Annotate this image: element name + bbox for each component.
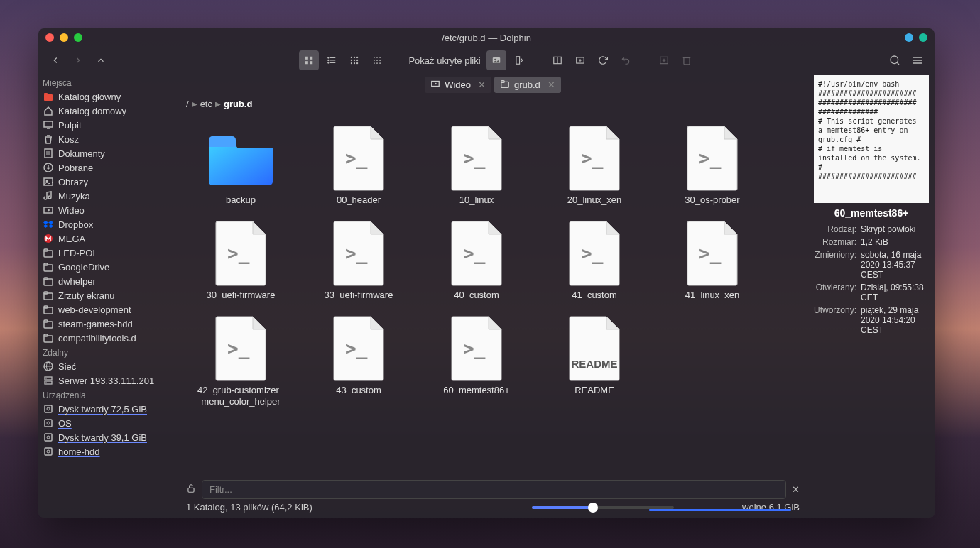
- svg-point-82: [47, 436, 50, 439]
- new-tab-button[interactable]: [570, 50, 590, 70]
- show-hidden-label[interactable]: Pokaż ukryte pliki: [405, 55, 483, 66]
- svg-point-76: [45, 382, 47, 383]
- svg-rect-46: [44, 121, 53, 127]
- sidebar-item[interactable]: Zrzuty ekranu: [38, 288, 178, 302]
- info-value: Skrypt powłoki: [861, 224, 915, 234]
- sidebar-item[interactable]: GoogleDrive: [38, 260, 178, 274]
- svg-line-40: [897, 62, 899, 65]
- sidebar-item[interactable]: Katalog domowy: [38, 104, 178, 118]
- details-view-button[interactable]: [367, 50, 387, 70]
- file-name-label: README: [575, 385, 614, 410]
- clear-filter-button[interactable]: ✕: [792, 484, 800, 495]
- sidebar-item[interactable]: Dropbox: [38, 217, 178, 231]
- svg-point-15: [356, 60, 358, 61]
- file-icon: README: [559, 315, 630, 382]
- file-item[interactable]: >_41_linux_xen: [653, 220, 771, 315]
- sidebar-item[interactable]: Pobrane: [38, 160, 178, 175]
- zoom-slider[interactable]: [532, 506, 674, 509]
- tab-close-icon[interactable]: ✕: [478, 80, 486, 90]
- sidebar-item[interactable]: web-development: [38, 302, 178, 317]
- breadcrumb-segment[interactable]: /: [186, 99, 189, 109]
- sidebar-item[interactable]: Pulpit: [38, 118, 178, 132]
- sidebar-item[interactable]: Serwer 193.33.111.201: [38, 373, 178, 388]
- svg-point-9: [328, 62, 329, 63]
- sidebar-item[interactable]: dwhelper: [38, 274, 178, 288]
- file-item[interactable]: >_43_custom: [300, 315, 418, 410]
- sidebar-item-label: Obrazy: [58, 177, 88, 187]
- sidebar-item[interactable]: LED-POL: [38, 246, 178, 260]
- sidebar-item[interactable]: home-hdd: [38, 444, 178, 459]
- file-item[interactable]: >_30_uefi-firmware: [182, 220, 300, 315]
- sidebar-group-header: Zdalny: [38, 345, 178, 359]
- up-button[interactable]: [91, 50, 111, 70]
- breadcrumb-segment[interactable]: etc: [200, 99, 212, 109]
- menu-button[interactable]: [908, 50, 927, 70]
- sidebar-item[interactable]: MEGA: [38, 231, 178, 246]
- sidebar-item-label: Zrzuty ekranu: [58, 290, 114, 301]
- search-button[interactable]: [885, 50, 905, 70]
- file-item[interactable]: >_20_linux_xen: [535, 125, 653, 220]
- panel-button[interactable]: [548, 50, 567, 70]
- sidebar-item[interactable]: Dysk twardy 72,5 GiB: [38, 402, 178, 416]
- sidebar-item-label: steam-games-hdd: [58, 319, 133, 329]
- sidebar-item[interactable]: Sieć: [38, 359, 178, 373]
- file-item[interactable]: >_30_os-prober: [653, 125, 771, 220]
- file-icon: >_: [323, 315, 394, 382]
- sidebar-item[interactable]: Katalog główny: [38, 89, 178, 104]
- sidebar-item[interactable]: Wideo: [38, 203, 178, 217]
- forward-button[interactable]: [68, 50, 88, 70]
- disk-icon: [43, 432, 54, 443]
- svg-rect-101: [188, 488, 194, 492]
- file-item[interactable]: backup: [182, 125, 300, 220]
- icon-view-button[interactable]: [299, 50, 319, 70]
- svg-rect-3: [310, 61, 313, 64]
- sidebar-item[interactable]: Dokumenty: [38, 146, 178, 160]
- sidebar-item[interactable]: OS: [38, 416, 178, 430]
- svg-point-27: [380, 62, 381, 64]
- list-view-button[interactable]: [322, 50, 342, 70]
- sidebar-item[interactable]: Obrazy: [38, 175, 178, 189]
- tab[interactable]: Wideo✕: [425, 77, 491, 93]
- sidebar-item-label: home-hdd: [58, 446, 100, 457]
- delete-button[interactable]: [677, 50, 697, 70]
- file-icon: >_: [559, 220, 630, 287]
- info-value: 1,2 KiB: [861, 237, 888, 247]
- refresh-button[interactable]: [593, 50, 613, 70]
- file-item[interactable]: >_00_header: [300, 125, 418, 220]
- file-item[interactable]: >_42_grub-customizer_ menu_color_helper: [182, 315, 300, 410]
- sidebar-item[interactable]: compatibilitytools.d: [38, 331, 178, 345]
- tab[interactable]: grub.d✕: [494, 77, 561, 93]
- breadcrumb[interactable]: /▶etc▶grub.d: [178, 96, 808, 112]
- sidebar-item[interactable]: steam-games-hdd: [38, 317, 178, 331]
- svg-text:>_: >_: [699, 148, 722, 169]
- svg-text:>_: >_: [463, 338, 486, 359]
- file-item[interactable]: >_60_memtest86+: [418, 315, 535, 410]
- svg-point-8: [328, 60, 329, 60]
- preview-toggle-button[interactable]: [486, 50, 506, 70]
- svg-point-11: [354, 57, 355, 58]
- new-folder-button[interactable]: [654, 50, 674, 70]
- mega-icon: [43, 233, 54, 244]
- file-item[interactable]: >_10_linux: [418, 125, 535, 220]
- titlebar: /etc/grub.d — Dolphin: [38, 28, 935, 47]
- filter-input[interactable]: [202, 480, 786, 499]
- svg-text:>_: >_: [227, 338, 250, 359]
- sidebar-item[interactable]: Muzyka: [38, 189, 178, 203]
- info-key: Utworzony:: [814, 305, 861, 335]
- folder-icon: [43, 290, 54, 301]
- lock-icon[interactable]: [186, 483, 196, 495]
- sidebar-item[interactable]: Kosz: [38, 132, 178, 146]
- svg-text:>_: >_: [699, 243, 722, 264]
- file-item[interactable]: >_40_custom: [418, 220, 535, 315]
- breadcrumb-segment[interactable]: grub.d: [224, 99, 252, 109]
- back-button[interactable]: [45, 50, 65, 70]
- file-item[interactable]: >_33_uefi-firmware: [300, 220, 418, 315]
- file-item[interactable]: READMEREADME: [535, 315, 653, 410]
- svg-rect-2: [305, 61, 308, 64]
- sidebar-item[interactable]: Dysk twardy 39,1 GiB: [38, 430, 178, 444]
- file-item[interactable]: >_41_custom: [535, 220, 653, 315]
- tab-close-icon[interactable]: ✕: [548, 80, 555, 90]
- undo-button[interactable]: [616, 50, 636, 70]
- compact-view-button[interactable]: [344, 50, 364, 70]
- split-button[interactable]: [509, 50, 529, 70]
